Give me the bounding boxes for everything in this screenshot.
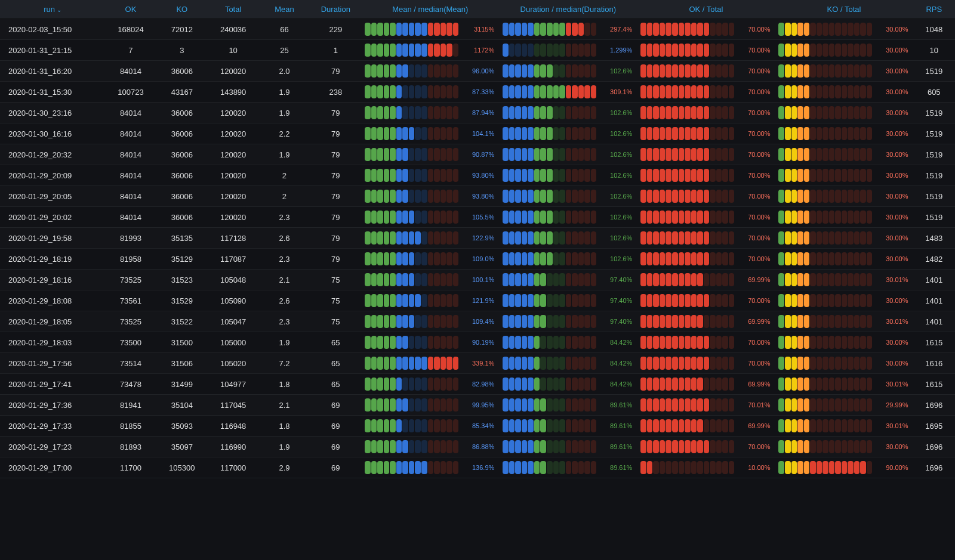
cell-mean-median: 122.9% [361, 228, 499, 249]
bargauge-value: 30.00% [877, 193, 910, 200]
col-header-run[interactable]: run⌄ [0, 0, 105, 19]
cell-mean: 2.6 [259, 290, 310, 311]
table-row[interactable]: 2020-01-30_16:1684014360061200202.279104… [0, 123, 955, 144]
table-row[interactable]: 2020-01-31_16:2084014360061200202.07996.… [0, 61, 955, 82]
cell-total: 120020 [208, 207, 259, 228]
cell-ok-total: 10.00% [637, 457, 775, 478]
cell-duration: 75 [310, 311, 361, 332]
table-row[interactable]: 2020-01-31_21:1573102511172%1.299%70.00%… [0, 40, 955, 61]
bargauge [640, 85, 734, 98]
table-row[interactable]: 2020-01-29_17:5673514315061050207.265339… [0, 353, 955, 374]
cell-mean: 2.2 [259, 123, 310, 144]
cell-ko: 72012 [156, 19, 208, 40]
bargauge-value: 84.42% [601, 380, 633, 388]
col-header-ko-total[interactable]: KO / Total [775, 0, 913, 19]
table-row[interactable]: 2020-01-29_20:09840143600612002027993.80… [0, 165, 955, 186]
table-row[interactable]: 2020-01-29_18:1673525315231050482.175100… [0, 270, 955, 290]
cell-mean-median: 93.80% [361, 165, 499, 186]
cell-total: 105047 [208, 311, 259, 332]
cell-rps: 1401 [913, 290, 955, 311]
bargauge-value: 87.94% [463, 109, 495, 116]
table-row[interactable]: 2020-01-29_20:3284014360061200201.97990.… [0, 144, 955, 165]
bargauge [640, 190, 734, 203]
table-row[interactable]: 2020-01-30_23:1684014360061200201.97987.… [0, 103, 955, 123]
bargauge-value: 86.88% [463, 443, 495, 450]
col-header-rps[interactable]: RPS [913, 0, 955, 19]
col-header-ko[interactable]: KO [156, 0, 208, 19]
cell-total: 117000 [208, 457, 259, 478]
bargauge-value: 70.00% [739, 214, 771, 221]
cell-total: 105020 [208, 353, 259, 374]
table-row[interactable]: 2020-01-29_17:3381855350931169481.86985.… [0, 416, 955, 437]
table-row[interactable]: 2020-01-29_19:5881993351351171282.679122… [0, 228, 955, 249]
table-row[interactable]: 2020-01-29_20:0284014360061200202.379105… [0, 207, 955, 228]
cell-ok: 81893 [105, 437, 156, 457]
cell-ok-total: 69.99% [637, 270, 775, 290]
bargauge [365, 211, 458, 224]
col-header-ok[interactable]: OK [105, 0, 156, 19]
cell-mean-median: 339.1% [361, 353, 499, 374]
cell-duration-median: 102.6% [499, 103, 637, 123]
table-row[interactable]: 2020-01-29_17:2381893350971169901.96986.… [0, 437, 955, 457]
cell-ok: 84014 [105, 123, 156, 144]
col-header-ok-total[interactable]: OK / Total [637, 0, 775, 19]
cell-mean: 2 [259, 165, 310, 186]
bargauge-value: 109.4% [463, 318, 495, 325]
table-row[interactable]: 2020-01-31_15:30100723431671438901.92388… [0, 82, 955, 103]
cell-mean: 1.8 [259, 374, 310, 395]
bargauge [365, 127, 458, 140]
cell-duration: 75 [310, 270, 361, 290]
bargauge-value: 30.01% [877, 380, 910, 388]
cell-run: 2020-01-29_19:58 [0, 228, 105, 249]
bargauge [640, 127, 734, 140]
cell-run: 2020-01-29_18:03 [0, 332, 105, 353]
cell-ko-total: 30.01% [775, 374, 913, 395]
bargauge [640, 252, 734, 265]
col-header-total[interactable]: Total [208, 0, 259, 19]
table-row[interactable]: 2020-01-29_17:4173478314991049771.86582.… [0, 374, 955, 395]
col-header-duration[interactable]: Duration [310, 0, 361, 19]
table-row[interactable]: 2020-02-03_15:50168024720122400366622931… [0, 19, 955, 40]
bargauge [503, 231, 596, 245]
cell-total: 105048 [208, 270, 259, 290]
col-header-mean[interactable]: Mean [259, 0, 310, 19]
bargauge-value: 30.00% [877, 47, 910, 54]
bargauge [778, 461, 872, 474]
cell-ok-total: 69.99% [637, 416, 775, 437]
table-row[interactable]: 2020-01-29_18:0573525315221050472.375109… [0, 311, 955, 332]
cell-rps: 1482 [913, 249, 955, 270]
table-row[interactable]: 2020-01-29_17:00117001053001170002.96913… [0, 457, 955, 478]
cell-ok: 84014 [105, 61, 156, 82]
bargauge-value: 30.00% [877, 109, 910, 116]
table-row[interactable]: 2020-01-29_17:3681941351041170452.16999.… [0, 395, 955, 416]
cell-ok-total: 70.00% [637, 186, 775, 207]
cell-rps: 1401 [913, 270, 955, 290]
cell-duration-median: 102.6% [499, 228, 637, 249]
table-row[interactable]: 2020-01-29_18:0873561315291050902.675121… [0, 290, 955, 311]
cell-mean-median: 86.88% [361, 437, 499, 457]
bargauge [778, 44, 872, 57]
col-header-duration-median[interactable]: Duration / median(Duration) [499, 0, 637, 19]
bargauge [503, 336, 596, 349]
table-row[interactable]: 2020-01-29_18:1981958351291170872.379109… [0, 249, 955, 270]
bargauge-value: 82.98% [463, 380, 495, 388]
cell-duration: 75 [310, 290, 361, 311]
bargauge-value: 102.6% [601, 109, 633, 116]
cell-run: 2020-01-29_17:00 [0, 457, 105, 478]
bargauge [778, 190, 872, 203]
cell-ok-total: 70.00% [637, 249, 775, 270]
cell-ok: 168024 [105, 19, 156, 40]
cell-rps: 1519 [913, 123, 955, 144]
bargauge [503, 378, 596, 391]
cell-ko: 31522 [156, 311, 208, 332]
table-row[interactable]: 2020-01-29_20:05840143600612002027993.80… [0, 186, 955, 207]
bargauge-value: 70.00% [739, 47, 771, 54]
bargauge-value: 70.00% [739, 130, 771, 137]
cell-duration-median: 89.61% [499, 416, 637, 437]
cell-duration-median: 84.42% [499, 374, 637, 395]
col-header-mean-median[interactable]: Mean / median(Mean) [361, 0, 499, 19]
cell-ko-total: 30.00% [775, 144, 913, 165]
cell-mean: 2.1 [259, 270, 310, 290]
bargauge [640, 169, 734, 182]
table-row[interactable]: 2020-01-29_18:0373500315001050001.96590.… [0, 332, 955, 353]
